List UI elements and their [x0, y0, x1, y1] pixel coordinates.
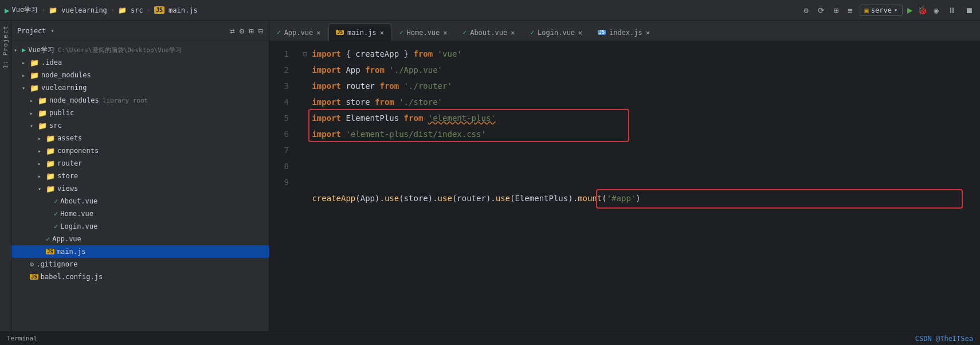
punct-2b: [385, 62, 389, 78]
str-hash-app: '#app': [607, 190, 636, 206]
tree-label-src: src: [49, 121, 62, 130]
sidebar-item-components[interactable]: 📁 components: [11, 144, 269, 157]
tree-arrow-src: [30, 123, 38, 129]
tree-arrow-components: [38, 148, 46, 154]
profiler-icon[interactable]: ◉: [932, 5, 941, 16]
func-createapp: createApp: [312, 190, 355, 206]
vue-icon-about: ✓: [54, 197, 58, 205]
fold-marker-6: ⊟: [303, 126, 307, 142]
tree-label-gitignore: .gitignore: [36, 260, 77, 268]
func-use-router: use: [438, 190, 452, 206]
sidebar-gear-icon[interactable]: ⚙: [240, 26, 244, 36]
sidebar-item-app-vue[interactable]: ✓ App.vue: [11, 233, 269, 245]
tab-app-vue[interactable]: ✓ App.vue ✕: [269, 23, 328, 41]
sep1: ›: [41, 6, 45, 14]
func-use-elementplus: use: [496, 190, 510, 206]
tree-arrow-store: [38, 173, 46, 179]
sidebar-item-router[interactable]: 📁 router: [11, 157, 269, 170]
sidebar-item-idea[interactable]: 📁 .idea: [11, 56, 269, 69]
punct-8c: (router).: [452, 190, 496, 206]
debug-button[interactable]: 🐞: [918, 6, 927, 15]
serve-button[interactable]: ▣ serve ▾: [860, 5, 903, 16]
tree-label-vuelearning: vuelearning: [41, 84, 87, 92]
str-store: './store': [399, 94, 442, 110]
sidebar-item-vuelearning[interactable]: 📁 vuelearning: [11, 81, 269, 94]
line-numbers: 1 2 3 4 5 6 7 8 9: [269, 46, 298, 327]
line-num-5: 5: [269, 110, 289, 126]
terminal-label[interactable]: Terminal: [7, 335, 37, 342]
sidebar-item-store[interactable]: 📁 store: [11, 170, 269, 182]
tree-arrow-router: [38, 160, 46, 167]
code-content[interactable]: ⊟ import { createApp } from 'vue' ⊟ impo…: [298, 46, 980, 327]
tab-label-home-vue: Home.vue: [407, 29, 440, 37]
code-line-1: ⊟ import { createApp } from 'vue': [303, 46, 980, 62]
sidebar-item-node-modules-lib[interactable]: 📁 node_modules library root: [11, 94, 269, 107]
sidebar-item-node-modules-root[interactable]: 📁 node_modules: [11, 69, 269, 81]
sidebar-item-about-vue[interactable]: ✓ About.vue: [11, 195, 269, 207]
title-bar-right: ⚙ ⟳ ⊞ ≡ ▣ serve ▾ ▶ 🐞 ◉ ⏸ ⏹: [801, 5, 975, 16]
layout-icon[interactable]: ⊞: [832, 5, 841, 16]
pause-icon[interactable]: ⏸: [946, 5, 958, 16]
line-num-3: 3: [269, 78, 289, 94]
kw-import-2: import: [312, 62, 341, 78]
sidebar-item-main-js[interactable]: JS main.js: [11, 245, 269, 258]
tab-close-about-vue[interactable]: ✕: [511, 29, 515, 37]
sidebar-dropdown-icon[interactable]: ▾: [51, 28, 54, 34]
tree-arrow-public: [30, 110, 38, 116]
line-num-2: 2: [269, 62, 289, 78]
sidebar: Project ▾ ⇄ ⚙ ⊞ ⊟ ▶ Vue学习 C:\Users\爱阅的脑袋…: [11, 21, 269, 331]
code-line-7: ⊟: [303, 142, 980, 190]
tab-main-js[interactable]: JS main.js ✕: [328, 23, 391, 41]
tab-icon-about-vue: ✓: [463, 29, 467, 36]
vue-icon-app: ✓: [46, 235, 50, 243]
folder-icon-store: 📁: [46, 172, 55, 181]
punct-2a: App: [341, 62, 365, 78]
tab-close-index-js[interactable]: ✕: [646, 29, 650, 37]
tab-index-js[interactable]: JS index.js ✕: [590, 23, 657, 41]
settings-icon[interactable]: ⚙: [801, 5, 810, 16]
tab-label-login-vue: Login.vue: [538, 29, 575, 37]
serve-dropdown-icon[interactable]: ▾: [894, 7, 897, 13]
sidebar-item-assets[interactable]: 📁 assets: [11, 132, 269, 144]
tree-label-store: store: [57, 172, 78, 180]
tab-about-vue[interactable]: ✓ About.vue ✕: [456, 23, 523, 41]
main-layout: 1: Project Project ▾ ⇄ ⚙ ⊞ ⊟ ▶ Vue学习 C:\…: [0, 21, 980, 331]
sidebar-item-public[interactable]: 📁 public: [11, 107, 269, 119]
tree-label-home-vue: Home.vue: [60, 210, 93, 218]
update-icon[interactable]: ⟳: [816, 5, 827, 16]
code-line-9: ⊟: [303, 206, 980, 254]
sidebar-item-src[interactable]: 📁 src: [11, 119, 269, 132]
tab-login-vue[interactable]: ✓ Login.vue ✕: [523, 23, 590, 41]
grid-icon[interactable]: ≡: [845, 5, 854, 16]
punct-3b: [399, 78, 403, 94]
kw-import-3: import: [312, 78, 341, 94]
sidebar-expand-icon[interactable]: ⊞: [249, 26, 253, 36]
js-icon-main: JS: [46, 249, 54, 254]
punct-8b: (store).: [399, 190, 437, 206]
sidebar-item-gitignore[interactable]: ⚙ .gitignore: [11, 258, 269, 270]
str-element-plus: 'element-plus': [428, 110, 496, 126]
punct-8f: ): [636, 190, 640, 206]
sidebar-item-views[interactable]: 📁 views: [11, 182, 269, 195]
punct-8e: (: [602, 190, 606, 206]
title-bar: ▶ Vue学习 › 📁 vuelearning › 📁 src › JS mai…: [0, 0, 980, 21]
sidebar-collapse-icon[interactable]: ⊟: [258, 26, 263, 36]
tree-label-views: views: [57, 185, 78, 193]
sidebar-sync-icon[interactable]: ⇄: [230, 26, 234, 36]
run-button[interactable]: ▶: [907, 5, 913, 15]
tab-close-login-vue[interactable]: ✕: [578, 29, 582, 37]
sidebar-item-home-vue[interactable]: ✓ Home.vue: [11, 207, 269, 220]
tab-home-vue[interactable]: ✓ Home.vue ✕: [392, 23, 455, 41]
tab-close-app-vue[interactable]: ✕: [316, 29, 320, 37]
tree-label-assets: assets: [57, 134, 82, 142]
fold-marker-9: ⊟: [303, 222, 307, 238]
tab-label-main-js: main.js: [347, 29, 377, 37]
stop-icon[interactable]: ⏹: [963, 5, 975, 16]
sidebar-item-babel-config[interactable]: JS babel.config.js: [11, 270, 269, 283]
sidebar-item-vue-xuexi[interactable]: ▶ Vue学习 C:\Users\爱阅的脑袋\Desktop\Vue学习: [11, 44, 269, 56]
kw-from-1: from: [413, 46, 433, 62]
editor-area: ✓ App.vue ✕ JS main.js ✕ ✓ Home.vue ✕ ✓ …: [269, 21, 980, 331]
sidebar-item-login-vue[interactable]: ✓ Login.vue: [11, 220, 269, 233]
tab-close-main-js[interactable]: ✕: [380, 29, 384, 37]
tab-close-home-vue[interactable]: ✕: [443, 29, 447, 37]
